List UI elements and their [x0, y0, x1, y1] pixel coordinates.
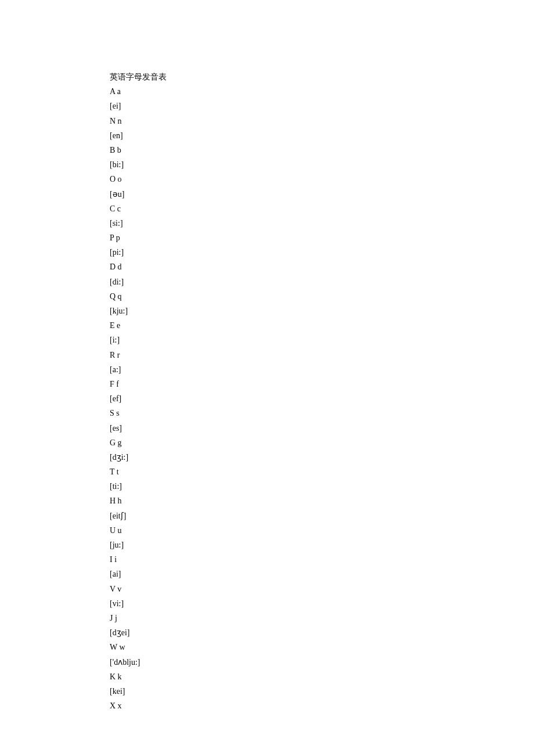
- text-line: [di:]: [110, 275, 534, 289]
- text-line: I i: [110, 552, 534, 567]
- page-title: 英语字母发音表: [110, 70, 534, 84]
- text-line: C c: [110, 201, 534, 216]
- text-line: [vi:]: [110, 596, 534, 611]
- text-line: [eitʃ]: [110, 509, 534, 523]
- text-line: [es]: [110, 421, 534, 435]
- text-line: [pi:]: [110, 245, 534, 260]
- text-line: X x: [110, 699, 534, 713]
- text-line: ['dʌblju:]: [110, 655, 534, 669]
- text-line: S s: [110, 406, 534, 420]
- text-line: R r: [110, 348, 534, 362]
- text-line: [ei]: [110, 99, 534, 113]
- text-line: [bi:]: [110, 157, 534, 172]
- text-line: H h: [110, 494, 534, 508]
- text-line: F f: [110, 377, 534, 391]
- text-line: D d: [110, 260, 534, 274]
- text-line: [ti:]: [110, 479, 534, 494]
- text-line: V v: [110, 582, 534, 596]
- text-line: U u: [110, 523, 534, 538]
- text-line: P p: [110, 231, 534, 245]
- text-line: [en]: [110, 128, 534, 143]
- text-line: G g: [110, 435, 534, 450]
- text-line: J j: [110, 611, 534, 625]
- text-line: B b: [110, 143, 534, 157]
- text-line: [kei]: [110, 684, 534, 699]
- text-line: [əu]: [110, 187, 534, 201]
- text-line: [kju:]: [110, 304, 534, 318]
- text-line: Q q: [110, 289, 534, 304]
- text-line: E e: [110, 318, 534, 333]
- text-line: [ai]: [110, 567, 534, 581]
- text-line: O o: [110, 172, 534, 186]
- text-line: N n: [110, 114, 534, 128]
- text-line: W w: [110, 640, 534, 654]
- document-page: 英语字母发音表 A a[ei]N n[en]B b[bi:]O o[əu]C c…: [0, 0, 534, 713]
- text-line: [dʒi:]: [110, 450, 534, 465]
- text-line: [ju:]: [110, 538, 534, 552]
- text-line: [dʒei]: [110, 625, 534, 640]
- text-line: [i:]: [110, 333, 534, 347]
- text-line: [ef]: [110, 391, 534, 406]
- text-line: A a: [110, 84, 534, 99]
- content-lines: A a[ei]N n[en]B b[bi:]O o[əu]C c[si:]P p…: [110, 84, 534, 713]
- text-line: [a:]: [110, 362, 534, 377]
- text-line: [si:]: [110, 216, 534, 231]
- text-line: K k: [110, 669, 534, 684]
- text-line: T t: [110, 465, 534, 479]
